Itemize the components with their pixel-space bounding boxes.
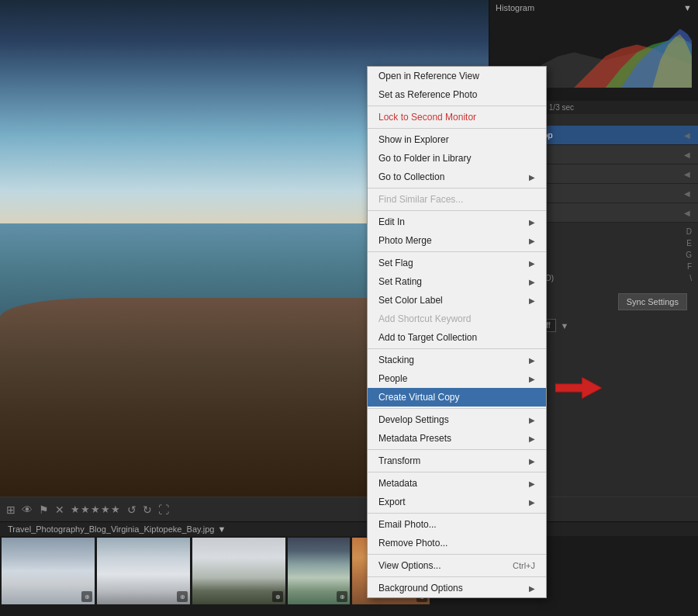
menu-remove-photo[interactable]: Remove Photo... [368,534,546,552]
thumbnail-4[interactable]: ⊕ [288,538,350,604]
separator-1 [368,106,546,106]
thumb-badge-icon-1: ⊕ [85,594,90,600]
quick-develop-arrow: ◀ [684,131,690,140]
menu-photo-merge-label: Photo Merge [378,235,432,246]
thumb-badge-3: ⊕ [272,591,283,602]
thumb-badge-icon-2: ⊕ [180,594,185,600]
menu-add-target[interactable]: Add to Target Collection [368,328,546,347]
menu-view-options-shortcut: Ctrl+J [513,561,535,570]
thumb-badge-2: ⊕ [177,591,188,602]
menu-go-folder-label: Go to Folder in Library [378,153,471,164]
menu-develop-settings[interactable]: Develop Settings ▶ [368,410,546,429]
menu-email-photo[interactable]: Email Photo... [368,515,546,534]
menu-set-rating[interactable]: Set Rating ▶ [368,272,546,291]
menu-stacking-label: Stacking [378,355,414,365]
thumb-badge-4: ⊕ [337,591,347,602]
menu-stacking[interactable]: Stacking ▶ [368,351,546,369]
menu-view-options[interactable]: View Options... Ctrl+J [368,556,546,575]
menu-create-virtual[interactable]: Create Virtual Copy [368,388,546,407]
filmstrip-toolbar: ⊞ 👁 ⚑ ✕ ★★★★★ ↺ ↻ ⛶ [0,497,698,522]
histogram-arrow: ▼ [683,3,692,12]
menu-people-arrow: ▶ [529,375,535,383]
sync-settings-button[interactable]: Sync Settings [618,293,687,310]
menu-set-color-label: Set Color Label [378,295,443,306]
menu-export[interactable]: Export ▶ [368,493,546,511]
separator-8 [368,449,546,450]
menu-open-reference[interactable]: Open in Reference View [368,67,546,85]
separator-3 [368,188,546,189]
menu-export-label: Export [378,497,406,507]
menu-edit-in-arrow: ▶ [529,218,535,227]
filmstrip: ⊞ 👁 ⚑ ✕ ★★★★★ ↺ ↻ ⛶ Travel_Photography_B… [0,497,698,616]
menu-set-reference-label: Set as Reference Photo [378,89,477,100]
menu-metadata-label: Metadata [378,478,417,489]
menu-photo-merge-arrow: ▶ [529,237,535,245]
separator-10 [368,513,546,514]
filename-text: Travel_Photography_Blog_Virginia_Kiptope… [8,524,214,534]
before-after-key: \ [689,274,692,282]
flag-icon[interactable]: ⚑ [39,504,49,516]
menu-export-arrow: ▶ [529,498,535,507]
loupe-icon[interactable]: 👁 [22,504,33,516]
shortcut-f-key: F [687,262,692,271]
menu-lock-monitor[interactable]: Lock to Second Monitor [368,108,546,126]
star-rating[interactable]: ★★★★★ [71,504,121,515]
menu-transform-label: Transform [378,455,420,466]
x-icon[interactable]: ✕ [55,504,64,516]
comments-arrow: ◀ [684,209,690,217]
svg-marker-5 [555,377,602,398]
menu-set-flag[interactable]: Set Flag ▶ [368,254,546,272]
thumb-badge-icon-4: ⊕ [340,594,345,600]
metadata-arrow: ◀ [684,189,690,198]
keyword-list-arrow: ◀ [684,170,690,178]
thumbnail-3[interactable]: ⊕ [192,538,285,604]
menu-background-options[interactable]: Background Options ▶ [368,579,546,597]
separator-11 [368,554,546,555]
menu-set-flag-arrow: ▶ [529,259,535,268]
thumbnail-2[interactable]: ⊕ [97,538,190,604]
menu-metadata-presets[interactable]: Metadata Presets ▶ [368,429,546,448]
menu-transform[interactable]: Transform ▶ [368,452,546,470]
menu-transform-arrow: ▶ [529,457,535,465]
menu-metadata-presets-arrow: ▶ [529,434,535,443]
menu-show-explorer-label: Show in Explorer [378,134,449,145]
menu-set-color[interactable]: Set Color Label ▶ [368,291,546,310]
menu-set-reference[interactable]: Set as Reference Photo [368,85,546,104]
menu-stacking-arrow: ▶ [529,356,535,365]
histogram-title: Histogram ▼ [489,0,698,16]
menu-email-photo-label: Email Photo... [378,519,437,530]
menu-people[interactable]: People ▶ [368,369,546,388]
menu-view-options-label: View Options... [378,560,441,571]
shutter-speed: 1/3 sec [549,103,574,112]
separator-4 [368,210,546,211]
shortcut-module-key: D [686,227,692,236]
menu-go-collection-arrow: ▶ [529,173,535,182]
menu-go-collection[interactable]: Go to Collection ▶ [368,168,546,186]
keywording-arrow: ◀ [684,151,690,159]
filters-arrow-icon[interactable]: ▼ [561,321,569,330]
rotate-cw-icon[interactable]: ↻ [143,504,152,516]
menu-create-virtual-label: Create Virtual Copy [378,392,460,403]
menu-people-label: People [378,373,407,384]
menu-go-folder[interactable]: Go to Folder in Library [368,149,546,168]
menu-metadata[interactable]: Metadata ▶ [368,474,546,493]
menu-set-rating-label: Set Rating [378,276,422,287]
menu-photo-merge[interactable]: Photo Merge ▶ [368,231,546,250]
histogram-label: Histogram [496,3,534,12]
separator-7 [368,408,546,409]
menu-set-flag-label: Set Flag [378,258,413,268]
crop-icon[interactable]: ⛶ [158,504,169,516]
thumbnail-1[interactable]: ⊕ [2,538,95,604]
menu-metadata-arrow: ▶ [529,479,535,488]
grid-view-icon[interactable]: ⊞ [6,504,16,516]
menu-develop-settings-arrow: ▶ [529,416,535,424]
menu-develop-settings-label: Develop Settings [378,414,449,425]
menu-show-explorer[interactable]: Show in Explorer [368,130,546,149]
menu-background-options-label: Background Options [378,583,463,594]
menu-set-color-arrow: ▶ [529,296,535,305]
separator-6 [368,348,546,349]
filename-dropdown-arrow[interactable]: ▼ [217,524,226,534]
rotate-ccw-icon[interactable]: ↺ [127,504,136,516]
menu-edit-in[interactable]: Edit In ▶ [368,213,546,231]
menu-edit-in-label: Edit In [378,216,405,227]
